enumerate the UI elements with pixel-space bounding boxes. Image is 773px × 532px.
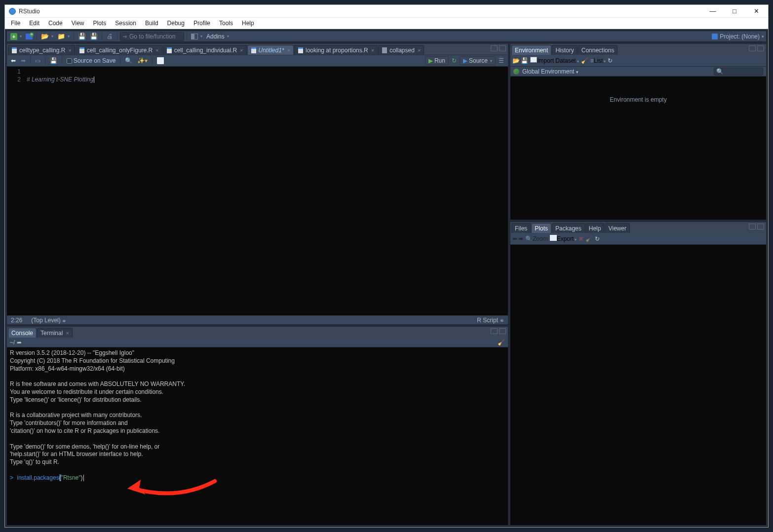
save-file-button[interactable]: 💾 — [48, 56, 59, 65]
pane-maximize-icon[interactable] — [757, 45, 764, 51]
r-file-icon — [298, 47, 304, 53]
r-file-icon — [79, 47, 85, 53]
menu-session[interactable]: Session — [111, 19, 140, 28]
menu-file[interactable]: File — [7, 19, 24, 28]
pane-maximize-icon[interactable] — [499, 45, 506, 51]
workspace-panes-button[interactable]: ▾ — [190, 32, 204, 41]
close-icon[interactable]: × — [418, 47, 421, 53]
clear-plots-button[interactable]: 🧹 — [585, 235, 593, 242]
show-in-new-window-button[interactable]: ▭ — [33, 56, 42, 65]
pane-maximize-icon[interactable] — [499, 328, 506, 334]
addins-button[interactable]: Addins▾ — [205, 32, 231, 41]
refresh-plots-button[interactable]: ↻ — [595, 235, 600, 242]
goto-file-input[interactable]: ➜Go to file/function — [120, 32, 184, 41]
tab-files[interactable]: Files — [511, 223, 531, 233]
load-ws-button[interactable]: 📂 — [512, 57, 520, 64]
tab-history[interactable]: History — [552, 45, 577, 55]
tab-environment[interactable]: Environment — [511, 45, 551, 55]
env-search-input[interactable]: 🔍 — [714, 68, 763, 76]
nav-back-button[interactable]: ⬅ — [9, 56, 18, 65]
save-ws-button[interactable]: 💾 — [521, 57, 528, 64]
pane-minimize-icon[interactable] — [749, 45, 756, 51]
list-view-button[interactable]: ≡List▾ — [590, 57, 606, 64]
new-file-button[interactable]: +▾ — [9, 32, 23, 41]
tab-collapsed[interactable]: collapsed× — [378, 45, 424, 55]
window-minimize-button[interactable]: ― — [702, 5, 724, 18]
source-on-save-check[interactable]: Source on Save — [65, 56, 117, 65]
import-dataset-button[interactable]: Import Dataset▾ — [530, 57, 579, 64]
tab-cell-calling-onlyfigure[interactable]: cell_calling_onlyFigure.R× — [76, 45, 162, 55]
menu-build[interactable]: Build — [141, 19, 162, 28]
tab-connections[interactable]: Connections — [578, 45, 618, 55]
open-file-button[interactable]: 📂▾ — [39, 32, 55, 41]
remove-plot-button[interactable]: ✖ — [579, 235, 583, 242]
code-text-area[interactable]: # Learning t-SNE Plotting — [25, 67, 508, 315]
scope-indicator[interactable]: (Top Level) ≑ — [31, 317, 66, 324]
addins-label: Addins — [206, 33, 225, 40]
tab-celltype-calling[interactable]: celltype_calling.R× — [8, 45, 75, 55]
menu-code[interactable]: Code — [44, 19, 67, 28]
close-icon[interactable]: × — [240, 47, 243, 53]
tab-cell-calling-individual[interactable]: cell_calling_individual.R× — [163, 45, 247, 55]
tab-terminal[interactable]: Terminal× — [37, 328, 73, 338]
export-button[interactable]: Export▾ — [550, 235, 577, 242]
tab-plots[interactable]: Plots — [531, 223, 551, 233]
clear-console-button[interactable]: 🧹 — [498, 339, 505, 346]
pane-minimize-icon[interactable] — [491, 45, 498, 51]
pane-maximize-icon[interactable] — [757, 224, 764, 229]
close-icon[interactable]: × — [287, 47, 290, 53]
tab-label: Files — [515, 225, 527, 232]
tab-viewer[interactable]: Viewer — [605, 223, 629, 233]
save-all-button[interactable]: 💾 — [88, 32, 99, 41]
rerun-button[interactable]: ↻ — [450, 56, 459, 65]
menu-debug[interactable]: Debug — [163, 19, 189, 28]
plot-prev-button[interactable]: ⬅ — [512, 235, 517, 242]
source-button[interactable]: ▶Source▾ — [460, 56, 496, 65]
close-icon[interactable]: × — [155, 47, 158, 53]
save-button[interactable]: 💾 — [77, 32, 87, 41]
report-button[interactable] — [155, 56, 166, 65]
tab-untitled1[interactable]: Untitled1*× — [247, 45, 294, 55]
project-menu[interactable]: Project: (None) ▾ — [712, 33, 764, 40]
menu-plots[interactable]: Plots — [89, 19, 111, 28]
close-icon[interactable]: × — [371, 47, 374, 53]
recent-button[interactable]: 📁▾ — [56, 32, 71, 41]
menu-profile[interactable]: Profile — [190, 19, 214, 28]
menu-help[interactable]: Help — [238, 19, 258, 28]
search-icon: 🔍 — [716, 68, 724, 75]
tab-looking-at-proportions[interactable]: looking at proportions.R× — [294, 45, 378, 55]
window-maximize-button[interactable]: □ — [724, 5, 745, 18]
close-icon[interactable]: × — [66, 330, 69, 336]
tab-label: collapsed — [389, 47, 415, 54]
new-project-button[interactable]: + — [24, 32, 34, 41]
close-icon[interactable]: × — [68, 47, 71, 53]
wand-button[interactable]: ✨▾ — [135, 56, 150, 65]
plot-next-button[interactable]: ➡ — [518, 235, 523, 242]
pane-minimize-icon[interactable] — [491, 328, 498, 334]
checkbox-icon — [67, 58, 72, 64]
tab-label: Connections — [581, 47, 615, 54]
pane-minimize-icon[interactable] — [749, 224, 756, 229]
menu-tools[interactable]: Tools — [215, 19, 237, 28]
menu-edit[interactable]: Edit — [25, 19, 43, 28]
spell-check-button[interactable]: 🔍 — [123, 56, 134, 65]
outline-button[interactable]: ☰ — [497, 56, 506, 65]
menu-view[interactable]: View — [68, 19, 88, 28]
paren-close: ) — [81, 474, 83, 481]
nav-forward-button[interactable]: ➡ — [19, 56, 28, 65]
source-on-save-label: Source on Save — [74, 57, 116, 64]
run-button[interactable]: ▶Run — [425, 56, 449, 65]
clear-ws-button[interactable]: 🧹 — [581, 57, 588, 64]
tab-console[interactable]: Console — [8, 328, 37, 338]
code-editor[interactable]: 12 # Learning t-SNE Plotting — [7, 67, 508, 315]
zoom-button[interactable]: 🔍Zoom — [525, 235, 548, 242]
wd-arrow-icon[interactable]: ➦ — [17, 339, 22, 346]
window-close-button[interactable]: ✕ — [745, 5, 767, 18]
lang-indicator[interactable]: R Script — [477, 317, 498, 324]
tab-packages[interactable]: Packages — [552, 223, 585, 233]
print-button[interactable]: 🖨 — [105, 32, 115, 41]
env-scope-dropdown[interactable]: Global Environment ▾ — [522, 68, 579, 75]
tab-help[interactable]: Help — [585, 223, 605, 233]
refresh-env-button[interactable]: ↻ — [608, 57, 613, 64]
console-output[interactable]: R version 3.5.2 (2018-12-20) -- "Eggshel… — [7, 347, 508, 525]
